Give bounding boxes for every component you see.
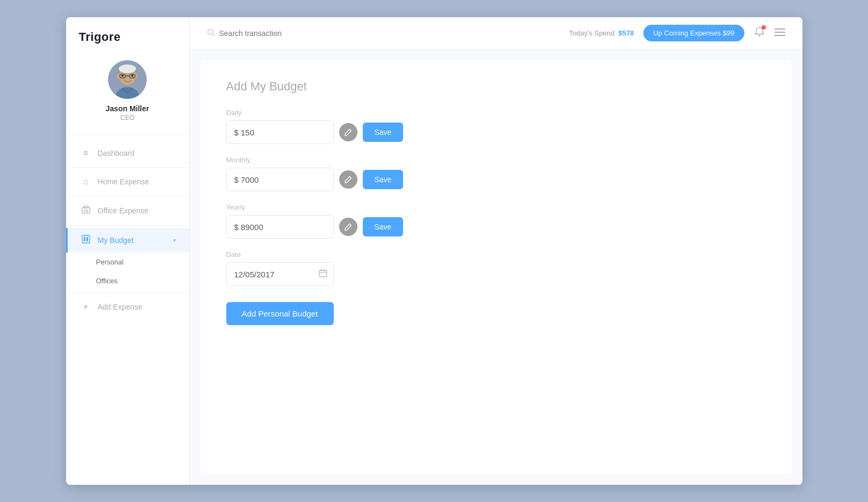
budget-form: Daily Save Monthly — [226, 109, 766, 325]
avatar — [108, 60, 147, 99]
date-label: Date — [226, 250, 766, 259]
bell-icon[interactable] — [754, 26, 765, 40]
budget-icon — [81, 235, 91, 246]
monthly-edit-button[interactable] — [339, 170, 357, 189]
svg-point-22 — [758, 35, 760, 37]
main-area: Today's Spend $578 Up Coming Expenses $9… — [190, 17, 802, 485]
svg-point-3 — [119, 64, 136, 73]
search-wrap — [207, 28, 569, 38]
notification-dot — [762, 25, 766, 30]
upcoming-expenses-button[interactable]: Up Coming Expenses $99 — [643, 25, 744, 41]
daily-input[interactable] — [226, 120, 334, 144]
yearly-row: Yearly Save — [226, 203, 766, 239]
today-spend-label: Today's Spend $578 — [569, 29, 634, 37]
svg-rect-11 — [82, 207, 90, 213]
svg-rect-19 — [87, 237, 88, 241]
daily-save-button[interactable]: Save — [363, 123, 404, 142]
sidebar-item-my-budget[interactable]: My Budget ▾ — [66, 228, 189, 253]
yearly-save-button[interactable]: Save — [363, 217, 404, 236]
svg-point-9 — [121, 75, 124, 77]
daily-input-row: Save — [226, 120, 766, 144]
monthly-input-row: Save — [226, 168, 766, 191]
yearly-label: Yearly — [226, 203, 766, 211]
sidebar-item-office-expense[interactable]: Office Expense — [66, 198, 189, 223]
office-icon — [81, 205, 91, 216]
topbar-right: Today's Spend $578 Up Coming Expenses $9… — [569, 25, 785, 41]
chevron-down-icon: ▾ — [173, 237, 176, 244]
sidebar-item-label: Office Expense — [98, 206, 149, 215]
budget-sub-menu: Personal Offices — [66, 253, 189, 290]
svg-rect-15 — [84, 211, 85, 212]
monthly-row: Monthly Save — [226, 156, 766, 191]
sidebar-item-label: Add Expense — [98, 303, 142, 311]
svg-rect-17 — [82, 235, 90, 243]
topbar: Today's Spend $578 Up Coming Expenses $9… — [190, 17, 802, 49]
daily-row: Daily Save — [226, 109, 766, 144]
daily-label: Daily — [226, 109, 766, 117]
sidebar-item-dashboard[interactable]: ≡ Dashboard — [66, 141, 189, 165]
yearly-input-row: Save — [226, 215, 766, 239]
yearly-input[interactable] — [226, 215, 334, 239]
monthly-input[interactable] — [226, 168, 334, 191]
sidebar: Trigore — [66, 17, 190, 485]
sidebar-item-add-expense[interactable]: + Add Expense — [66, 295, 189, 319]
date-row: Date — [226, 250, 766, 286]
svg-line-21 — [212, 34, 214, 36]
profile-name: Jason Miller — [106, 104, 149, 113]
svg-rect-14 — [87, 210, 88, 211]
today-spend-value: $578 — [619, 29, 634, 37]
profile-role: CEO — [120, 114, 134, 121]
plus-icon: + — [81, 302, 91, 312]
svg-rect-18 — [84, 237, 85, 241]
sidebar-item-label: My Budget — [98, 236, 134, 245]
date-input-wrap — [226, 262, 334, 286]
monthly-save-button[interactable]: Save — [363, 170, 404, 189]
sidebar-item-personal[interactable]: Personal — [66, 253, 189, 271]
yearly-edit-button[interactable] — [339, 218, 357, 236]
svg-rect-13 — [84, 210, 85, 211]
sidebar-item-label: Dashboard — [98, 149, 135, 157]
svg-point-10 — [131, 75, 133, 77]
dashboard-icon: ≡ — [81, 148, 91, 158]
page-content: Add My Budget Daily Save — [200, 60, 792, 474]
sidebar-item-label: Home Expense — [98, 177, 149, 186]
home-icon: ⌂ — [81, 177, 91, 187]
svg-rect-16 — [87, 211, 88, 212]
app-logo: Trigore — [66, 17, 189, 51]
add-personal-budget-button[interactable]: Add Personal Budget — [226, 302, 334, 325]
sidebar-item-offices[interactable]: Offices — [66, 271, 189, 290]
hamburger-icon[interactable] — [774, 27, 785, 39]
app-window: Trigore — [66, 17, 802, 485]
sidebar-item-home-expense[interactable]: ⌂ Home Expense — [66, 170, 189, 193]
daily-edit-button[interactable] — [339, 123, 357, 141]
search-input[interactable] — [219, 29, 327, 38]
search-icon — [207, 28, 215, 38]
date-input[interactable] — [226, 262, 334, 286]
sidebar-profile: Jason Miller CEO — [66, 51, 189, 135]
sidebar-navigation: ≡ Dashboard ⌂ Home Expense — [66, 135, 189, 485]
page-title: Add My Budget — [226, 80, 766, 94]
monthly-label: Monthly — [226, 156, 766, 164]
